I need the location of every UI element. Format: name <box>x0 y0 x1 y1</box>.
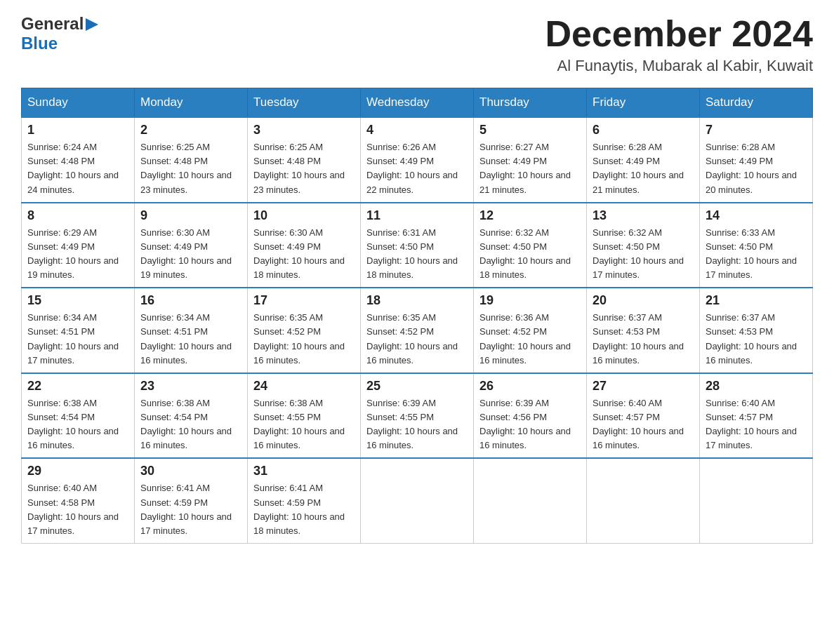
day-number: 17 <box>253 293 355 308</box>
day-number: 7 <box>706 123 807 137</box>
day-cell-21: 21Sunrise: 6:37 AMSunset: 4:53 PMDayligh… <box>700 288 813 373</box>
day-number: 5 <box>479 123 581 137</box>
day-info: Sunrise: 6:39 AMSunset: 4:56 PMDaylight:… <box>479 396 581 453</box>
day-cell-18: 18Sunrise: 6:35 AMSunset: 4:52 PMDayligh… <box>361 288 474 373</box>
day-number: 29 <box>27 464 128 478</box>
day-info: Sunrise: 6:38 AMSunset: 4:55 PMDaylight:… <box>253 396 355 453</box>
month-title: December 2024 <box>545 14 813 54</box>
logo-blue-text: Blue <box>21 34 58 53</box>
day-number: 26 <box>479 379 581 394</box>
day-info: Sunrise: 6:25 AMSunset: 4:48 PMDaylight:… <box>253 140 355 197</box>
day-cell-11: 11Sunrise: 6:31 AMSunset: 4:50 PMDayligh… <box>361 203 474 288</box>
week-row-5: 29Sunrise: 6:40 AMSunset: 4:58 PMDayligh… <box>22 458 813 543</box>
day-info: Sunrise: 6:32 AMSunset: 4:50 PMDaylight:… <box>593 226 694 283</box>
day-number: 22 <box>27 379 128 394</box>
day-cell-22: 22Sunrise: 6:38 AMSunset: 4:54 PMDayligh… <box>22 373 135 459</box>
day-number: 16 <box>140 293 241 308</box>
day-number: 24 <box>253 379 355 394</box>
day-info: Sunrise: 6:41 AMSunset: 4:59 PMDaylight:… <box>253 481 355 538</box>
week-row-3: 15Sunrise: 6:34 AMSunset: 4:51 PMDayligh… <box>22 288 813 373</box>
day-info: Sunrise: 6:26 AMSunset: 4:49 PMDaylight:… <box>366 140 468 197</box>
day-cell-4: 4Sunrise: 6:26 AMSunset: 4:49 PMDaylight… <box>361 117 474 203</box>
day-number: 31 <box>253 464 355 478</box>
day-cell-25: 25Sunrise: 6:39 AMSunset: 4:55 PMDayligh… <box>361 373 474 459</box>
day-cell-23: 23Sunrise: 6:38 AMSunset: 4:54 PMDayligh… <box>135 373 248 459</box>
day-number: 21 <box>706 293 807 308</box>
day-info: Sunrise: 6:28 AMSunset: 4:49 PMDaylight:… <box>593 140 694 197</box>
day-info: Sunrise: 6:27 AMSunset: 4:49 PMDaylight:… <box>479 140 581 197</box>
day-cell-29: 29Sunrise: 6:40 AMSunset: 4:58 PMDayligh… <box>22 458 135 543</box>
day-cell-3: 3Sunrise: 6:25 AMSunset: 4:48 PMDaylight… <box>248 117 361 203</box>
day-number: 13 <box>593 208 694 223</box>
day-cell-19: 19Sunrise: 6:36 AMSunset: 4:52 PMDayligh… <box>474 288 587 373</box>
day-info: Sunrise: 6:41 AMSunset: 4:59 PMDaylight:… <box>140 481 241 538</box>
day-info: Sunrise: 6:30 AMSunset: 4:49 PMDaylight:… <box>253 226 355 283</box>
day-cell-27: 27Sunrise: 6:40 AMSunset: 4:57 PMDayligh… <box>587 373 700 459</box>
day-cell-5: 5Sunrise: 6:27 AMSunset: 4:49 PMDaylight… <box>474 117 587 203</box>
day-cell-31: 31Sunrise: 6:41 AMSunset: 4:59 PMDayligh… <box>248 458 361 543</box>
day-number: 4 <box>366 123 468 137</box>
day-info: Sunrise: 6:35 AMSunset: 4:52 PMDaylight:… <box>253 311 355 368</box>
day-cell-1: 1Sunrise: 6:24 AMSunset: 4:48 PMDaylight… <box>22 117 135 203</box>
logo: General Blue <box>21 14 101 53</box>
day-number: 9 <box>140 208 241 223</box>
day-number: 23 <box>140 379 241 394</box>
day-cell-6: 6Sunrise: 6:28 AMSunset: 4:49 PMDaylight… <box>587 117 700 203</box>
col-header-saturday: Saturday <box>700 88 813 118</box>
day-number: 8 <box>27 208 128 223</box>
day-cell-2: 2Sunrise: 6:25 AMSunset: 4:48 PMDaylight… <box>135 117 248 203</box>
day-cell-12: 12Sunrise: 6:32 AMSunset: 4:50 PMDayligh… <box>474 203 587 288</box>
day-number: 25 <box>366 379 468 394</box>
calendar-header-row: SundayMondayTuesdayWednesdayThursdayFrid… <box>22 88 813 118</box>
col-header-monday: Monday <box>135 88 248 118</box>
location-subtitle: Al Funaytis, Mubarak al Kabir, Kuwait <box>545 57 813 75</box>
day-number: 30 <box>140 464 241 478</box>
calendar-table: SundayMondayTuesdayWednesdayThursdayFrid… <box>21 88 813 544</box>
day-cell-24: 24Sunrise: 6:38 AMSunset: 4:55 PMDayligh… <box>248 373 361 459</box>
day-cell-15: 15Sunrise: 6:34 AMSunset: 4:51 PMDayligh… <box>22 288 135 373</box>
empty-cell <box>587 458 700 543</box>
day-info: Sunrise: 6:31 AMSunset: 4:50 PMDaylight:… <box>366 226 468 283</box>
day-info: Sunrise: 6:32 AMSunset: 4:50 PMDaylight:… <box>479 226 581 283</box>
col-header-friday: Friday <box>587 88 700 118</box>
title-block: December 2024 Al Funaytis, Mubarak al Ka… <box>545 14 813 75</box>
day-number: 27 <box>593 379 694 394</box>
day-info: Sunrise: 6:39 AMSunset: 4:55 PMDaylight:… <box>366 396 468 453</box>
empty-cell <box>700 458 813 543</box>
day-info: Sunrise: 6:28 AMSunset: 4:49 PMDaylight:… <box>706 140 807 197</box>
day-info: Sunrise: 6:37 AMSunset: 4:53 PMDaylight:… <box>593 311 694 368</box>
day-cell-7: 7Sunrise: 6:28 AMSunset: 4:49 PMDaylight… <box>700 117 813 203</box>
day-cell-17: 17Sunrise: 6:35 AMSunset: 4:52 PMDayligh… <box>248 288 361 373</box>
day-info: Sunrise: 6:37 AMSunset: 4:53 PMDaylight:… <box>706 311 807 368</box>
day-info: Sunrise: 6:40 AMSunset: 4:58 PMDaylight:… <box>27 481 128 538</box>
day-cell-9: 9Sunrise: 6:30 AMSunset: 4:49 PMDaylight… <box>135 203 248 288</box>
col-header-wednesday: Wednesday <box>361 88 474 118</box>
day-info: Sunrise: 6:30 AMSunset: 4:49 PMDaylight:… <box>140 226 241 283</box>
day-info: Sunrise: 6:36 AMSunset: 4:52 PMDaylight:… <box>479 311 581 368</box>
day-info: Sunrise: 6:40 AMSunset: 4:57 PMDaylight:… <box>593 396 694 453</box>
day-number: 11 <box>366 208 468 223</box>
day-info: Sunrise: 6:34 AMSunset: 4:51 PMDaylight:… <box>140 311 241 368</box>
day-cell-30: 30Sunrise: 6:41 AMSunset: 4:59 PMDayligh… <box>135 458 248 543</box>
svg-marker-0 <box>86 18 98 31</box>
day-number: 3 <box>253 123 355 137</box>
page-header: General Blue December 2024 Al Funaytis, … <box>21 14 813 75</box>
week-row-2: 8Sunrise: 6:29 AMSunset: 4:49 PMDaylight… <box>22 203 813 288</box>
day-number: 15 <box>27 293 128 308</box>
day-cell-14: 14Sunrise: 6:33 AMSunset: 4:50 PMDayligh… <box>700 203 813 288</box>
logo-general-text: General <box>21 14 84 34</box>
col-header-thursday: Thursday <box>474 88 587 118</box>
day-number: 12 <box>479 208 581 223</box>
empty-cell <box>361 458 474 543</box>
week-row-4: 22Sunrise: 6:38 AMSunset: 4:54 PMDayligh… <box>22 373 813 459</box>
col-header-sunday: Sunday <box>22 88 135 118</box>
day-info: Sunrise: 6:34 AMSunset: 4:51 PMDaylight:… <box>27 311 128 368</box>
day-info: Sunrise: 6:24 AMSunset: 4:48 PMDaylight:… <box>27 140 128 197</box>
logo-arrow-icon <box>86 17 101 32</box>
day-number: 10 <box>253 208 355 223</box>
day-number: 1 <box>27 123 128 137</box>
day-info: Sunrise: 6:40 AMSunset: 4:57 PMDaylight:… <box>706 396 807 453</box>
day-info: Sunrise: 6:25 AMSunset: 4:48 PMDaylight:… <box>140 140 241 197</box>
day-cell-16: 16Sunrise: 6:34 AMSunset: 4:51 PMDayligh… <box>135 288 248 373</box>
day-info: Sunrise: 6:29 AMSunset: 4:49 PMDaylight:… <box>27 226 128 283</box>
